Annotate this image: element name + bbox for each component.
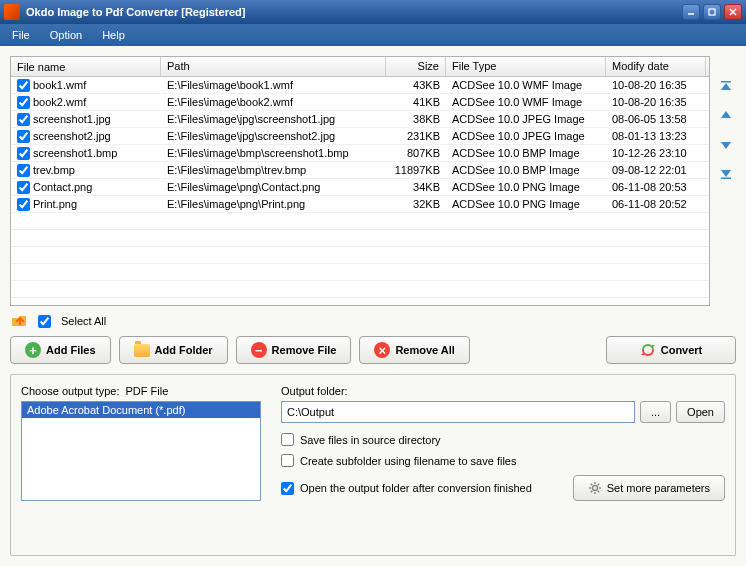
menu-file[interactable]: File	[8, 27, 34, 43]
file-date: 10-08-20 16:35	[606, 95, 706, 109]
file-path: E:\Files\image\jpg\screenshot1.jpg	[161, 112, 386, 126]
folder-up-icon[interactable]	[10, 314, 28, 328]
row-checkbox[interactable]	[17, 130, 30, 143]
save-in-source-label: Save files in source directory	[300, 434, 441, 446]
minus-icon: −	[251, 342, 267, 358]
file-date: 06-11-08 20:53	[606, 180, 706, 194]
col-header-date[interactable]: Modify date	[606, 57, 706, 76]
move-down-button[interactable]	[716, 134, 736, 154]
table-row[interactable]: trev.bmpE:\Files\image\bmp\trev.bmp11897…	[11, 162, 709, 179]
maximize-button[interactable]	[703, 4, 721, 20]
file-type: ACDSee 10.0 WMF Image	[446, 95, 606, 109]
svg-rect-5	[721, 178, 731, 180]
file-date: 10-08-20 16:35	[606, 78, 706, 92]
row-checkbox[interactable]	[17, 79, 30, 92]
open-after-checkbox[interactable]	[281, 482, 294, 495]
file-path: E:\Files\image\bmp\trev.bmp	[161, 163, 386, 177]
file-name: book1.wmf	[33, 79, 86, 91]
file-path: E:\Files\image\png\Print.png	[161, 197, 386, 211]
row-checkbox[interactable]	[17, 96, 30, 109]
col-header-size[interactable]: Size	[386, 57, 446, 76]
file-size: 231KB	[386, 129, 446, 143]
file-type: ACDSee 10.0 BMP Image	[446, 146, 606, 160]
browse-button[interactable]: ...	[640, 401, 671, 423]
output-type-value: PDF File	[125, 385, 168, 397]
table-row	[11, 264, 709, 281]
row-checkbox[interactable]	[17, 181, 30, 194]
file-path: E:\Files\image\book1.wmf	[161, 78, 386, 92]
file-size: 43KB	[386, 78, 446, 92]
file-path: E:\Files\image\book2.wmf	[161, 95, 386, 109]
file-size: 34KB	[386, 180, 446, 194]
file-date: 09-08-12 22:01	[606, 163, 706, 177]
file-type: ACDSee 10.0 BMP Image	[446, 163, 606, 177]
menu-help[interactable]: Help	[98, 27, 129, 43]
file-size: 41KB	[386, 95, 446, 109]
table-row[interactable]: screenshot1.jpgE:\Files\image\jpg\screen…	[11, 111, 709, 128]
table-row[interactable]: Print.pngE:\Files\image\png\Print.png32K…	[11, 196, 709, 213]
file-date: 10-12-26 23:10	[606, 146, 706, 160]
convert-button[interactable]: Convert	[606, 336, 736, 364]
close-button[interactable]	[724, 4, 742, 20]
file-name: trev.bmp	[33, 164, 75, 176]
create-subfolder-label: Create subfolder using filename to save …	[300, 455, 516, 467]
file-size: 807KB	[386, 146, 446, 160]
row-checkbox[interactable]	[17, 164, 30, 177]
titlebar: Okdo Image to Pdf Converter [Registered]	[0, 0, 746, 24]
table-row	[11, 230, 709, 247]
file-date: 08-01-13 13:23	[606, 129, 706, 143]
file-size: 38KB	[386, 112, 446, 126]
table-row[interactable]: book2.wmfE:\Files\image\book2.wmf41KBACD…	[11, 94, 709, 111]
gear-icon	[588, 481, 602, 495]
svg-point-6	[592, 486, 597, 491]
save-in-source-checkbox[interactable]	[281, 433, 294, 446]
output-type-option[interactable]: Adobe Acrobat Document (*.pdf)	[22, 402, 260, 418]
add-folder-button[interactable]: Add Folder	[119, 336, 228, 364]
minimize-button[interactable]	[682, 4, 700, 20]
remove-all-button[interactable]: ×Remove All	[359, 336, 470, 364]
svg-rect-1	[709, 9, 715, 15]
file-name: screenshot1.bmp	[33, 147, 117, 159]
open-folder-button[interactable]: Open	[676, 401, 725, 423]
select-all-checkbox[interactable]	[38, 315, 51, 328]
set-parameters-button[interactable]: Set more parameters	[573, 475, 725, 501]
table-row[interactable]: book1.wmfE:\Files\image\book1.wmf43KBACD…	[11, 77, 709, 94]
select-all-label: Select All	[61, 315, 106, 327]
col-header-name[interactable]: File name	[11, 57, 161, 76]
file-table: File name Path Size File Type Modify dat…	[10, 56, 710, 306]
move-top-button[interactable]	[716, 78, 736, 98]
move-up-button[interactable]	[716, 106, 736, 126]
file-type: ACDSee 10.0 PNG Image	[446, 197, 606, 211]
row-checkbox[interactable]	[17, 147, 30, 160]
open-after-label: Open the output folder after conversion …	[300, 482, 532, 494]
row-checkbox[interactable]	[17, 198, 30, 211]
menu-option[interactable]: Option	[46, 27, 86, 43]
col-header-path[interactable]: Path	[161, 57, 386, 76]
row-checkbox[interactable]	[17, 113, 30, 126]
create-subfolder-checkbox[interactable]	[281, 454, 294, 467]
table-row[interactable]: Contact.pngE:\Files\image\png\Contact.pn…	[11, 179, 709, 196]
move-bottom-button[interactable]	[716, 162, 736, 182]
table-row[interactable]: screenshot1.bmpE:\Files\image\bmp\screen…	[11, 145, 709, 162]
file-type: ACDSee 10.0 JPEG Image	[446, 112, 606, 126]
file-type: ACDSee 10.0 PNG Image	[446, 180, 606, 194]
convert-icon	[640, 342, 656, 358]
file-name: Print.png	[33, 198, 77, 210]
file-name: screenshot2.jpg	[33, 130, 111, 142]
col-header-type[interactable]: File Type	[446, 57, 606, 76]
file-size: 11897KB	[386, 163, 446, 177]
file-path: E:\Files\image\png\Contact.png	[161, 180, 386, 194]
table-row	[11, 281, 709, 298]
remove-file-button[interactable]: −Remove File	[236, 336, 352, 364]
folder-icon	[134, 344, 150, 357]
file-path: E:\Files\image\bmp\screenshot1.bmp	[161, 146, 386, 160]
window-title: Okdo Image to Pdf Converter [Registered]	[26, 6, 682, 18]
output-type-list[interactable]: Adobe Acrobat Document (*.pdf)	[21, 401, 261, 501]
file-name: Contact.png	[33, 181, 92, 193]
file-name: book2.wmf	[33, 96, 86, 108]
svg-rect-4	[721, 81, 731, 83]
add-files-button[interactable]: +Add Files	[10, 336, 111, 364]
output-folder-input[interactable]	[281, 401, 635, 423]
table-row[interactable]: screenshot2.jpgE:\Files\image\jpg\screen…	[11, 128, 709, 145]
output-folder-label: Output folder:	[281, 385, 725, 397]
